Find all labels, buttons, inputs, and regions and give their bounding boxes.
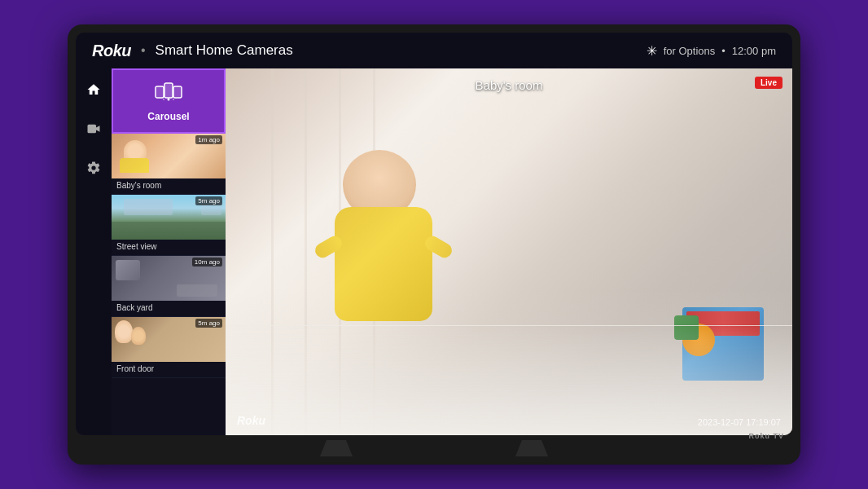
crib-scene [226, 68, 792, 435]
camera-name-babysroom: Baby's room [112, 178, 226, 192]
sidebar-item-video[interactable] [82, 117, 105, 140]
header-right: ✳ for Options • 12:00 pm [647, 43, 776, 59]
main-video: Baby's room Live Roku 2023-12-07 17:19:0… [226, 68, 792, 435]
sidebar-item-home[interactable] [82, 78, 105, 101]
camera-name-backyard: Back yard [112, 301, 226, 315]
asterisk-icon: ✳ [647, 43, 657, 59]
svg-rect-2 [164, 83, 173, 98]
header: Roku • Smart Home Cameras ✳ for Options … [76, 33, 792, 68]
sidebar-icons [76, 68, 112, 435]
camera-time-backyard: 10m ago [192, 258, 222, 267]
options-hint: for Options [664, 45, 716, 57]
camera-item-streetview[interactable]: 5m ago Street view [112, 195, 226, 256]
svg-point-4 [168, 99, 170, 101]
camera-list: Carousel 1m ago Baby's room [112, 68, 226, 435]
carousel-label: Carousel [147, 111, 189, 122]
camera-item-backyard[interactable]: 10m ago Back yard [112, 256, 226, 317]
main-content: Carousel 1m ago Baby's room [76, 68, 792, 435]
camera-time-frontdoor: 5m ago [195, 319, 222, 328]
tv-brand-label: Roku TV [748, 432, 784, 440]
svg-point-5 [163, 99, 164, 100]
tv-stand [320, 440, 548, 456]
tv-shell: Roku • Smart Home Cameras ✳ for Options … [68, 24, 800, 465]
header-title: Smart Home Cameras [156, 42, 293, 59]
svg-rect-0 [88, 125, 97, 134]
camera-item-babysroom[interactable]: 1m ago Baby's room [112, 134, 226, 195]
carousel-icon [154, 80, 183, 108]
camera-name-frontdoor: Front door [112, 362, 226, 376]
camera-item-frontdoor[interactable]: 5m ago Front door [112, 317, 226, 378]
video-content: Baby's room Live Roku 2023-12-07 17:19:0… [226, 68, 792, 435]
svg-rect-3 [173, 86, 182, 98]
roku-logo: Roku [92, 42, 131, 60]
app-ui: Roku • Smart Home Cameras ✳ for Options … [76, 33, 792, 435]
tv-leg-left [320, 440, 353, 456]
sidebar-item-settings[interactable] [82, 156, 105, 179]
camera-name-street: Street view [112, 240, 226, 253]
video-roku-logo: Roku [237, 414, 265, 427]
header-left: Roku • Smart Home Cameras [92, 42, 293, 60]
svg-point-6 [173, 99, 174, 100]
live-badge: Live [755, 77, 783, 89]
carousel-item[interactable]: Carousel [112, 68, 226, 134]
video-timestamp: 2023-12-07 17:19:07 [698, 417, 781, 427]
camera-time-street: 5m ago [195, 196, 222, 205]
svg-rect-1 [156, 86, 164, 98]
video-title: Baby's room [476, 78, 543, 92]
header-dot-separator: • [721, 45, 726, 57]
camera-time-babysroom: 1m ago [195, 135, 222, 144]
tv-screen: Roku • Smart Home Cameras ✳ for Options … [76, 33, 792, 435]
header-time: 12:00 pm [732, 45, 776, 57]
header-separator: • [141, 43, 146, 58]
tv-leg-right [515, 440, 548, 456]
